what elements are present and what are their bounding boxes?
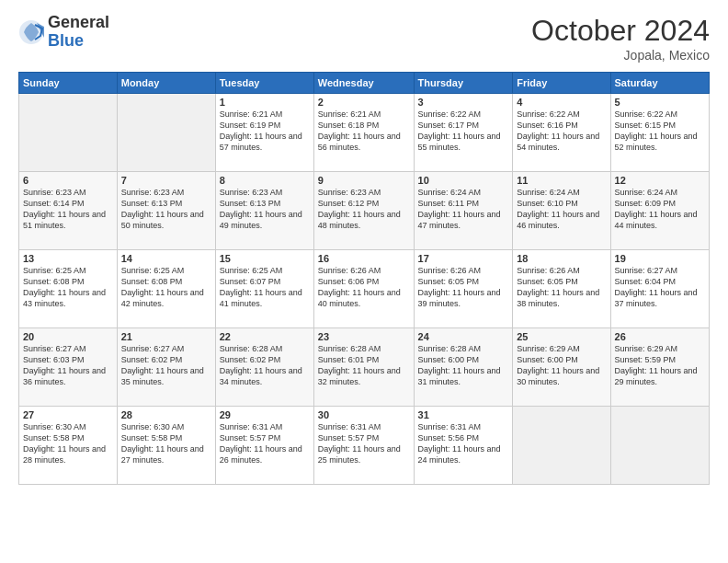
calendar-cell: 21Sunrise: 6:27 AMSunset: 6:02 PMDayligh… [117,328,215,407]
calendar-cell: 6Sunrise: 6:23 AMSunset: 6:14 PMDaylight… [19,172,118,250]
location: Jopala, Mexico [531,48,710,63]
day-info: Sunrise: 6:22 AMSunset: 6:17 PMDaylight:… [418,109,509,154]
logo-icon [18,19,44,45]
day-info: Sunrise: 6:25 AMSunset: 6:07 PMDaylight:… [220,265,310,310]
day-number: 3 [418,97,509,108]
day-info: Sunrise: 6:31 AMSunset: 5:56 PMDaylight:… [418,421,509,466]
day-info: Sunrise: 6:25 AMSunset: 6:08 PMDaylight:… [23,265,113,310]
day-info: Sunrise: 6:28 AMSunset: 6:01 PMDaylight:… [318,343,410,388]
calendar-cell: 18Sunrise: 6:26 AMSunset: 6:05 PMDayligh… [513,250,610,328]
day-number: 17 [418,253,509,264]
calendar-cell: 3Sunrise: 6:22 AMSunset: 6:17 PMDaylight… [414,94,513,172]
day-number: 12 [615,175,705,186]
calendar-header-row: SundayMondayTuesdayWednesdayThursdayFrid… [19,73,710,94]
day-number: 4 [517,97,606,108]
calendar-cell [513,407,610,485]
title-area: October 2024 Jopala, Mexico [531,14,710,63]
day-number: 29 [220,409,310,420]
calendar-cell: 10Sunrise: 6:24 AMSunset: 6:11 PMDayligh… [414,172,513,250]
calendar-header-monday: Monday [117,73,215,94]
calendar-header-wednesday: Wednesday [313,73,414,94]
page: General Blue October 2024 Jopala, Mexico… [0,0,728,563]
day-info: Sunrise: 6:31 AMSunset: 5:57 PMDaylight:… [220,421,310,466]
calendar-cell [610,407,709,485]
day-number: 26 [615,331,705,342]
calendar-cell [117,94,215,172]
calendar-week-2: 6Sunrise: 6:23 AMSunset: 6:14 PMDaylight… [19,172,710,250]
logo-text: General Blue [48,14,109,51]
day-info: Sunrise: 6:23 AMSunset: 6:13 PMDaylight:… [220,187,310,232]
day-number: 9 [318,175,410,186]
calendar-cell: 9Sunrise: 6:23 AMSunset: 6:12 PMDaylight… [313,172,414,250]
calendar-cell: 17Sunrise: 6:26 AMSunset: 6:05 PMDayligh… [414,250,513,328]
calendar-cell: 24Sunrise: 6:28 AMSunset: 6:00 PMDayligh… [414,328,513,407]
day-info: Sunrise: 6:31 AMSunset: 5:57 PMDaylight:… [318,421,410,466]
calendar-cell: 22Sunrise: 6:28 AMSunset: 6:02 PMDayligh… [215,328,313,407]
day-info: Sunrise: 6:21 AMSunset: 6:18 PMDaylight:… [318,109,410,154]
calendar-cell: 25Sunrise: 6:29 AMSunset: 6:00 PMDayligh… [513,328,610,407]
day-info: Sunrise: 6:24 AMSunset: 6:10 PMDaylight:… [517,187,606,232]
day-number: 16 [318,253,410,264]
calendar: SundayMondayTuesdayWednesdayThursdayFrid… [18,72,710,485]
day-number: 13 [23,253,113,264]
day-number: 22 [220,331,310,342]
day-info: Sunrise: 6:28 AMSunset: 6:00 PMDaylight:… [418,343,509,388]
calendar-cell: 26Sunrise: 6:29 AMSunset: 5:59 PMDayligh… [610,328,709,407]
day-info: Sunrise: 6:27 AMSunset: 6:04 PMDaylight:… [615,265,705,310]
day-info: Sunrise: 6:28 AMSunset: 6:02 PMDaylight:… [220,343,310,388]
month-title: October 2024 [531,14,710,48]
calendar-cell: 4Sunrise: 6:22 AMSunset: 6:16 PMDaylight… [513,94,610,172]
day-info: Sunrise: 6:29 AMSunset: 5:59 PMDaylight:… [615,343,705,388]
day-number: 15 [220,253,310,264]
day-info: Sunrise: 6:23 AMSunset: 6:12 PMDaylight:… [318,187,410,232]
day-info: Sunrise: 6:30 AMSunset: 5:58 PMDaylight:… [23,421,113,466]
day-info: Sunrise: 6:25 AMSunset: 6:08 PMDaylight:… [121,265,211,310]
day-number: 27 [23,409,113,420]
day-number: 28 [121,409,211,420]
day-info: Sunrise: 6:29 AMSunset: 6:00 PMDaylight:… [517,343,606,388]
day-number: 7 [121,175,211,186]
day-info: Sunrise: 6:24 AMSunset: 6:09 PMDaylight:… [615,187,705,232]
day-number: 18 [517,253,606,264]
calendar-cell: 8Sunrise: 6:23 AMSunset: 6:13 PMDaylight… [215,172,313,250]
day-info: Sunrise: 6:22 AMSunset: 6:16 PMDaylight:… [517,109,606,154]
day-info: Sunrise: 6:21 AMSunset: 6:19 PMDaylight:… [220,109,310,154]
calendar-header-tuesday: Tuesday [215,73,313,94]
calendar-week-4: 20Sunrise: 6:27 AMSunset: 6:03 PMDayligh… [19,328,710,407]
day-info: Sunrise: 6:23 AMSunset: 6:13 PMDaylight:… [121,187,211,232]
day-number: 25 [517,331,606,342]
logo: General Blue [18,14,109,51]
calendar-cell: 27Sunrise: 6:30 AMSunset: 5:58 PMDayligh… [19,407,118,485]
day-info: Sunrise: 6:26 AMSunset: 6:05 PMDaylight:… [517,265,606,310]
day-info: Sunrise: 6:26 AMSunset: 6:05 PMDaylight:… [418,265,509,310]
day-info: Sunrise: 6:27 AMSunset: 6:03 PMDaylight:… [23,343,113,388]
calendar-cell: 12Sunrise: 6:24 AMSunset: 6:09 PMDayligh… [610,172,709,250]
calendar-header-sunday: Sunday [19,73,118,94]
logo-blue: Blue [48,32,109,51]
calendar-cell: 2Sunrise: 6:21 AMSunset: 6:18 PMDaylight… [313,94,414,172]
calendar-cell: 19Sunrise: 6:27 AMSunset: 6:04 PMDayligh… [610,250,709,328]
calendar-header-thursday: Thursday [414,73,513,94]
calendar-cell: 23Sunrise: 6:28 AMSunset: 6:01 PMDayligh… [313,328,414,407]
calendar-cell: 5Sunrise: 6:22 AMSunset: 6:15 PMDaylight… [610,94,709,172]
day-info: Sunrise: 6:26 AMSunset: 6:06 PMDaylight:… [318,265,410,310]
calendar-header-friday: Friday [513,73,610,94]
day-info: Sunrise: 6:27 AMSunset: 6:02 PMDaylight:… [121,343,211,388]
day-number: 1 [220,97,310,108]
day-number: 5 [615,97,705,108]
day-number: 19 [615,253,705,264]
day-number: 11 [517,175,606,186]
calendar-cell [19,94,118,172]
day-number: 23 [318,331,410,342]
calendar-cell: 1Sunrise: 6:21 AMSunset: 6:19 PMDaylight… [215,94,313,172]
calendar-cell: 14Sunrise: 6:25 AMSunset: 6:08 PMDayligh… [117,250,215,328]
calendar-week-1: 1Sunrise: 6:21 AMSunset: 6:19 PMDaylight… [19,94,710,172]
calendar-cell: 29Sunrise: 6:31 AMSunset: 5:57 PMDayligh… [215,407,313,485]
day-info: Sunrise: 6:23 AMSunset: 6:14 PMDaylight:… [23,187,113,232]
calendar-cell: 7Sunrise: 6:23 AMSunset: 6:13 PMDaylight… [117,172,215,250]
logo-general: General [48,14,109,32]
calendar-cell: 28Sunrise: 6:30 AMSunset: 5:58 PMDayligh… [117,407,215,485]
calendar-cell: 15Sunrise: 6:25 AMSunset: 6:07 PMDayligh… [215,250,313,328]
calendar-header-saturday: Saturday [610,73,709,94]
day-number: 2 [318,97,410,108]
